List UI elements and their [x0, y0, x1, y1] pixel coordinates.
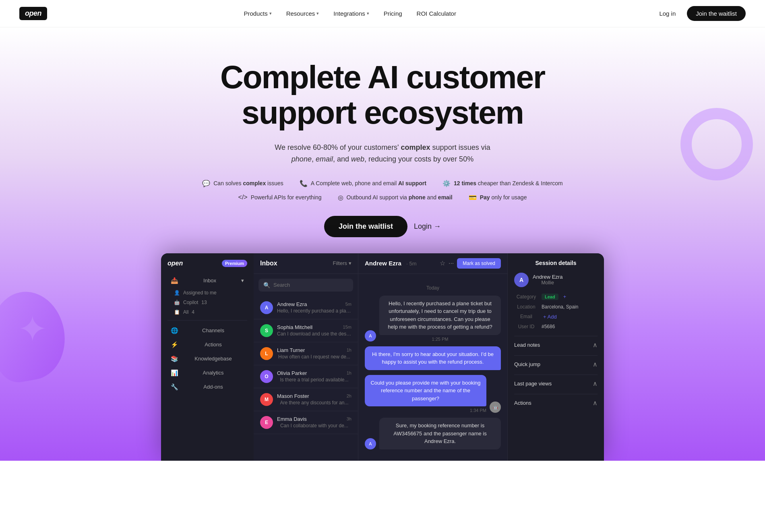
message-time: 1:25 PM — [379, 337, 501, 342]
message-time: 1:34 PM — [470, 408, 486, 413]
app-sidebar: open Premium 📥 Inbox ▾ 👤 Assigned to me … — [161, 253, 254, 461]
conv-name: Sophia Mitchell — [277, 324, 312, 330]
user-icon: 👤 — [174, 290, 180, 296]
collapse-icon[interactable]: ∧ — [593, 360, 598, 368]
conv-time: 3h — [347, 416, 351, 421]
sidebar-copilot[interactable]: 🤖 Copilot 13 — [167, 298, 254, 307]
session-user-row: A Andrew Ezra Mollie — [514, 273, 598, 287]
waitlist-button-nav[interactable]: Join the waitlist — [687, 6, 746, 21]
add-email-button[interactable]: + Add — [543, 314, 557, 320]
star-icon[interactable]: ☆ — [440, 259, 445, 267]
sidebar-item-analytics[interactable]: 📊 Analytics — [164, 366, 250, 380]
inbox-title: Inbox — [260, 260, 277, 267]
chevron-down-icon: ▾ — [349, 260, 351, 266]
nav-logo: open — [19, 7, 47, 20]
conv-liam[interactable]: L Liam Turner 1h How often can I request… — [254, 342, 358, 365]
search-icon: 🔍 — [263, 282, 270, 288]
sidebar-divider — [167, 320, 247, 321]
chat-area: Andrew Ezra · 5m ☆ ··· Mark as solved To… — [358, 253, 507, 461]
msg-wrap: Sure, my booking reference number is AW3… — [379, 418, 501, 449]
sidebar-item-label: Inbox — [182, 277, 237, 284]
conv-time: 1h — [347, 371, 351, 375]
avatar: A — [365, 438, 376, 449]
waitlist-button-hero[interactable]: Join the waitlist — [324, 216, 407, 237]
nav-integrations[interactable]: Integrations ▾ — [327, 7, 375, 20]
nav-links: Products ▾ Resources ▾ Integrations ▾ Pr… — [237, 7, 463, 20]
conv-preview: Are there any discounts for an... — [277, 400, 351, 406]
field-label: Location — [514, 304, 538, 310]
sidebar-item-inbox[interactable]: 📥 Inbox ▾ — [164, 274, 250, 288]
feature-cheaper: ⚙️ 12 times cheaper than Zendesk & Inter… — [442, 180, 563, 187]
chevron-down-icon: ▾ — [367, 11, 369, 16]
premium-badge: Premium — [222, 260, 247, 267]
conv-time: 1h — [347, 348, 351, 352]
logo-text: open — [19, 7, 47, 20]
collapse-icon[interactable]: ∧ — [593, 380, 598, 387]
inbox-list: Inbox Filters ▾ 🔍 A Andrew Ezra — [254, 253, 358, 461]
ring-decoration — [680, 108, 753, 180]
section-title: Last page views — [514, 381, 552, 387]
hero-subtext: We resolve 60-80% of your customers' com… — [275, 142, 490, 165]
nav-products[interactable]: Products ▾ — [237, 7, 278, 20]
addons-icon: 🔧 — [171, 383, 178, 391]
msg-wrap: Could you please provide me with your bo… — [365, 375, 486, 413]
all-badge: 4 — [192, 309, 194, 315]
nav-roi-calculator[interactable]: ROI Calculator — [410, 7, 463, 20]
nav-pricing[interactable]: Pricing — [377, 7, 409, 20]
sidebar-item-kb[interactable]: 📚 Knowledgebase — [164, 352, 250, 366]
mark-solved-button[interactable]: Mark as solved — [457, 258, 501, 269]
conv-sophia[interactable]: S Sophia Mitchell 15m Can I download and… — [254, 319, 358, 342]
conv-preview: Can I collaborate with your de... — [277, 423, 351, 428]
session-title: Session details — [514, 260, 598, 266]
conv-time: 5m — [345, 302, 351, 306]
chat-actions: ☆ ··· Mark as solved — [440, 258, 501, 269]
more-options-icon[interactable]: ··· — [449, 260, 454, 267]
conv-name: Mason Foster — [277, 393, 309, 399]
conv-emma[interactable]: E Emma Davis 3h Can I collaborate with y… — [254, 411, 358, 434]
field-value: #5686 — [542, 324, 555, 329]
section-title: Actions — [514, 400, 531, 406]
conv-preview: Can I download and use the des.... — [277, 331, 351, 337]
conv-preview: Is there a trial period available... — [277, 377, 351, 383]
conv-time: 2h — [347, 393, 351, 398]
chevron-down-icon: ▾ — [316, 11, 319, 16]
inbox-filters-button[interactable]: Filters ▾ — [333, 260, 351, 266]
nav-resources[interactable]: Resources ▾ — [280, 7, 326, 20]
phone-icon: 📞 — [300, 180, 308, 187]
conv-content: Liam Turner 1h How often can I request n… — [277, 347, 351, 360]
app-screenshot: open Premium 📥 Inbox ▾ 👤 Assigned to me … — [161, 253, 604, 461]
conv-olivia[interactable]: O Olivia Parker 1h Is there a trial peri… — [254, 365, 358, 388]
cta-row: Join the waitlist Login → — [324, 216, 441, 237]
nav-right: Log in Join the waitlist — [653, 6, 746, 21]
collapse-icon[interactable]: ∧ — [593, 399, 598, 407]
add-category-button[interactable]: + — [563, 294, 567, 300]
message-bubble: Hi there, I'm sorry to hear about your s… — [365, 346, 501, 370]
conv-mason[interactable]: M Mason Foster 2h Are there any discount… — [254, 388, 358, 411]
collapse-icon[interactable]: ∧ — [593, 341, 598, 349]
avatar: E — [260, 416, 273, 429]
chevron-icon: ▾ — [241, 277, 244, 284]
field-label: Email — [514, 314, 538, 319]
sidebar-assigned[interactable]: 👤 Assigned to me — [167, 288, 254, 298]
avatar: S — [260, 324, 273, 337]
message-row-1: A Hello, I recently purchased a plane ti… — [365, 296, 501, 342]
copilot-badge: 13 — [201, 300, 207, 305]
sidebar-item-actions[interactable]: ⚡ Actions — [164, 338, 250, 352]
inbox-search-bar: 🔍 — [258, 279, 353, 292]
sidebar-item-addons[interactable]: 🔧 Add-ons — [164, 380, 250, 394]
section-title: Lead notes — [514, 342, 540, 348]
sidebar-all[interactable]: 📋 All 4 — [167, 307, 254, 317]
chat-user-info: Andrew Ezra · 5m — [365, 260, 417, 267]
message-row-3: Could you please provide me with your bo… — [365, 375, 501, 413]
login-button[interactable]: Log in — [653, 7, 682, 20]
conv-content: Sophia Mitchell 15m Can I download and u… — [277, 324, 351, 337]
conv-content: Andrew Ezra 5m Hello, I recently purchas… — [277, 301, 351, 314]
conv-andrew[interactable]: A Andrew Ezra 5m Hello, I recently purch… — [254, 296, 358, 319]
login-hero-button[interactable]: Login → — [414, 222, 441, 231]
feature-ai-support: 📞 A Complete web, phone and email AI sup… — [300, 180, 426, 187]
card-icon: 💳 — [469, 194, 477, 201]
sidebar-item-channels[interactable]: 🌐 Channels — [164, 324, 250, 337]
conv-preview: How often can I request new de... — [277, 354, 351, 360]
session-avatar: A — [514, 273, 529, 287]
search-input[interactable] — [273, 282, 348, 288]
